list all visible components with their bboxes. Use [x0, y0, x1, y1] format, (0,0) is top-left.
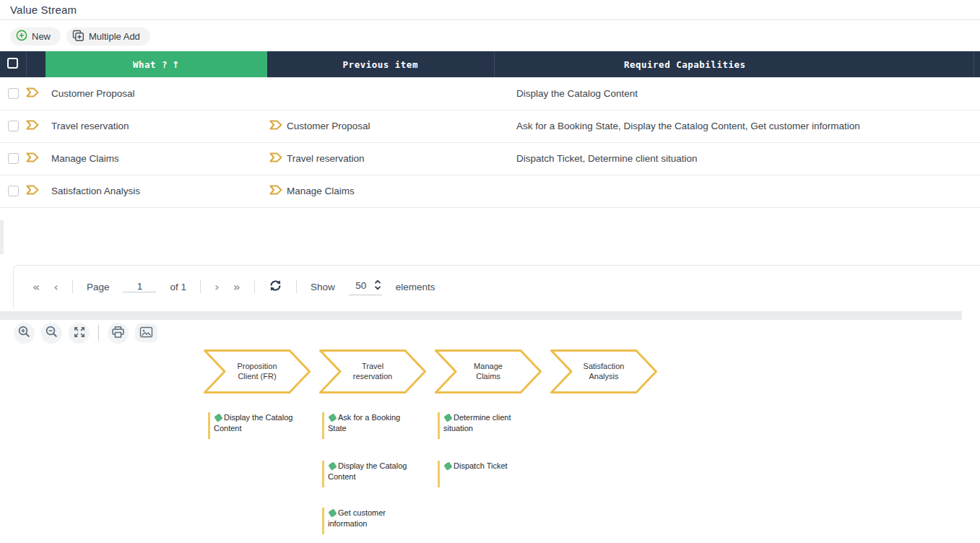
pagination-bar: « ‹ Page of 1 › » Show elements	[13, 265, 980, 308]
refresh-button[interactable]	[269, 279, 282, 295]
show-label: Show	[311, 282, 335, 292]
fit-to-screen-button[interactable]	[69, 323, 90, 344]
row-marker-cell	[26, 77, 45, 110]
previous-item-label: Manage Claims	[287, 186, 355, 196]
plus-circle-icon	[16, 30, 27, 43]
divider	[200, 280, 201, 293]
previous-item-cell[interactable]: Travel reservation	[267, 142, 494, 175]
divider	[254, 280, 255, 293]
row-checkbox-cell	[0, 175, 26, 207]
capability-item[interactable]: Display the Catalog Content	[208, 412, 296, 439]
column-header-previous-label: Previous item	[343, 59, 418, 70]
capability-diamond-icon	[328, 461, 337, 471]
what-cell[interactable]: Travel reservation	[45, 110, 267, 142]
value-stream-chevron-icon	[269, 152, 282, 165]
diagram-stage[interactable]: Proposition Client (FR)	[204, 349, 311, 394]
capability-label: Display the Catalog Content	[214, 413, 292, 433]
row-marker-cell	[26, 142, 45, 175]
table-row[interactable]: Manage Claims Travel reservation Dispatc…	[0, 142, 980, 175]
value-stream-chevron-icon	[26, 87, 39, 100]
page-title: Value Stream	[10, 4, 970, 16]
row-checkbox[interactable]	[8, 186, 19, 196]
page-number-input[interactable]	[123, 281, 156, 292]
last-page-button[interactable]: »	[233, 280, 240, 294]
value-stream-chevron-icon	[26, 152, 39, 165]
capability-item[interactable]: Determine client situation	[438, 412, 526, 439]
up-down-carets-icon	[373, 279, 382, 293]
capability-label: Display the Catalog Content	[328, 461, 407, 481]
capabilities-cell: Ask for a Booking State, Display the Cat…	[494, 110, 980, 142]
row-checkbox[interactable]	[8, 88, 19, 99]
capability-diamond-icon	[214, 413, 223, 422]
print-button[interactable]	[108, 323, 129, 344]
capabilities-cell: Display the Catalog Content	[494, 77, 980, 110]
elements-label: elements	[396, 282, 435, 292]
value-stream-table: What ?↑ Previous item Required Capabilit…	[0, 51, 980, 208]
capability-label: Dispatch Ticket	[454, 461, 508, 470]
stacked-plus-squares-icon	[72, 30, 84, 44]
diagram-stage[interactable]: Satisfaction Analysis	[550, 349, 657, 394]
expand-arrows-icon	[73, 326, 86, 341]
column-header-required-capabilities[interactable]: Required Capabilities	[494, 51, 875, 77]
value-stream-chevron-icon	[269, 120, 282, 132]
new-button-label: New	[32, 31, 51, 42]
capability-item[interactable]: Ask for a Booking State	[322, 412, 410, 439]
capability-label: Ask for a Booking State	[328, 413, 400, 433]
previous-item-cell[interactable]: Manage Claims	[267, 175, 494, 207]
row-checkbox[interactable]	[8, 153, 19, 164]
table-row[interactable]: Travel reservation Customer Proposal Ask…	[0, 110, 980, 142]
previous-item-label: Customer Proposal	[287, 121, 370, 131]
multiple-add-button-label: Multiple Add	[89, 31, 140, 42]
stage-label: Satisfaction Analysis	[578, 349, 630, 394]
what-cell[interactable]: Satisfaction Analysis	[45, 175, 267, 207]
capability-diamond-icon	[443, 461, 453, 471]
previous-item-cell	[267, 77, 494, 110]
row-checkbox-cell	[0, 110, 26, 142]
diagram-stage[interactable]: Manage Claims	[435, 349, 542, 394]
first-page-button[interactable]: «	[32, 280, 40, 294]
divider	[296, 280, 297, 293]
header-filler-end	[974, 51, 980, 77]
new-button[interactable]: New	[10, 27, 61, 45]
row-marker-cell	[26, 110, 45, 142]
value-stream-chevron-icon	[26, 120, 39, 132]
diagram-scrollbar-track[interactable]	[0, 311, 962, 320]
capability-item[interactable]: Dispatch Ticket	[438, 461, 526, 487]
divider	[72, 280, 73, 293]
zoom-in-button[interactable]	[14, 323, 35, 344]
previous-item-cell[interactable]: Customer Proposal	[267, 110, 494, 142]
table-row[interactable]: Customer Proposal Display the Catalog Co…	[0, 77, 980, 110]
value-stream-diagram: Proposition Client (FR) Travel reservati…	[0, 346, 980, 543]
export-image-button[interactable]	[135, 323, 157, 342]
row-checkbox[interactable]	[8, 121, 19, 131]
picture-icon	[139, 326, 153, 340]
capabilities-cell	[494, 175, 980, 207]
diagram-stage[interactable]: Travel reservation	[319, 349, 426, 394]
diagram-toolbar	[14, 323, 980, 344]
capability-item[interactable]: Get customer information	[322, 508, 410, 534]
select-all-checkbox[interactable]	[7, 58, 18, 69]
what-cell[interactable]: Manage Claims	[45, 142, 267, 175]
page-size-stepper[interactable]	[349, 279, 382, 295]
capability-diamond-icon	[443, 413, 453, 422]
previous-item-label: Travel reservation	[287, 153, 365, 164]
value-stream-chevron-icon	[269, 185, 282, 197]
table-row[interactable]: Satisfaction Analysis Manage Claims	[0, 175, 980, 207]
what-cell[interactable]: Customer Proposal	[45, 77, 267, 110]
column-header-what[interactable]: What ?↑	[45, 51, 267, 77]
page-header: Value Stream	[0, 0, 980, 20]
next-page-button[interactable]: ›	[214, 280, 220, 294]
column-header-what-label: What ?	[133, 59, 168, 70]
page-size-input[interactable]	[349, 280, 373, 291]
capability-item[interactable]: Display the Catalog Content	[322, 461, 410, 487]
previous-page-button[interactable]: ‹	[53, 280, 58, 294]
multiple-add-button[interactable]: Multiple Add	[66, 27, 150, 45]
header-filler	[875, 51, 974, 77]
row-marker-cell	[26, 175, 45, 207]
capability-label: Get customer information	[328, 508, 386, 528]
column-header-previous-item[interactable]: Previous item	[267, 51, 494, 77]
zoom-out-button[interactable]	[41, 323, 62, 344]
magnifier-minus-icon	[45, 325, 58, 341]
row-checkbox-cell	[0, 142, 26, 175]
action-toolbar: New Multiple Add	[0, 20, 980, 51]
